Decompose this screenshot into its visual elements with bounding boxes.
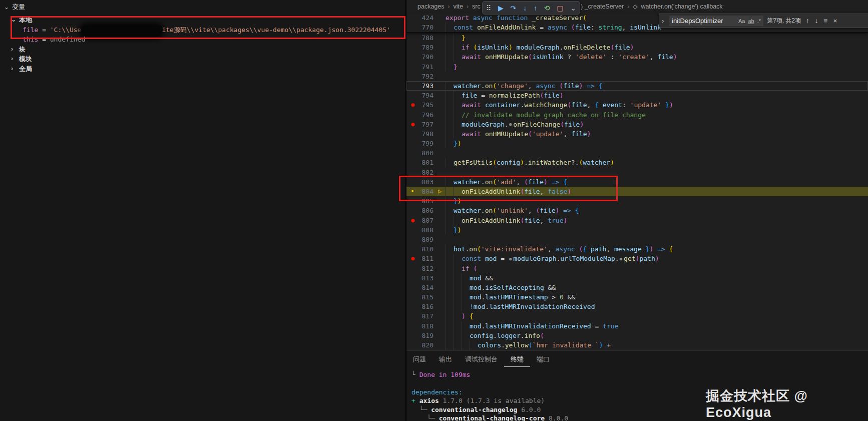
variables-scope-块[interactable]: ›块 [0,45,405,55]
breadcrumb-parent-symbol[interactable]: ) _createServer [581,3,624,10]
code-token: async [473,14,497,22]
variable-row[interactable]: this = undefined [0,35,405,45]
code-token: function [497,14,532,22]
code-token: ) [580,121,584,128]
code-line[interactable]: 792 [406,72,868,81]
code-token: . [615,255,619,262]
code-line[interactable]: 799}) [406,139,868,148]
code-line[interactable]: 814mod.isSelfAccepting && [406,283,868,292]
find-input[interactable]: initDepsOptimizer Aa ab .* [669,16,763,26]
continue-button[interactable]: ▶ [498,5,504,12]
regex-icon[interactable]: .* [757,18,761,24]
close-icon[interactable]: × [831,17,838,25]
code-line[interactable]: 788} [406,33,868,43]
code-token: { [563,178,567,186]
code-line[interactable]: 810hot.on('vite:invalidate', async ({ pa… [406,244,868,254]
code-token: . [505,121,509,128]
code-line[interactable]: 803watcher.on('add', (file) => { [406,177,868,187]
previous-match-icon[interactable]: ↑ [804,17,811,25]
whole-word-icon[interactable]: ab [748,18,754,24]
step-into-button[interactable]: ↓ [523,5,527,12]
code-line[interactable]: 808}) [406,225,868,235]
panel-tab-终端[interactable]: 终端 [504,352,530,367]
variables-scope-模块[interactable]: ›模块 [0,54,405,64]
code-token: 'vite:invalidate' [481,245,548,253]
code-line[interactable]: 813mod && [406,273,868,283]
toggle-replace-chevron-icon[interactable]: › [662,17,667,25]
code-line[interactable]: 819config.logger.info( [406,331,868,340]
stop-button[interactable]: ▢ [557,5,563,12]
breadcrumb-item[interactable]: packages [417,3,445,10]
code-line[interactable]: 789if (isUnlink) moduleGraph.onFileDelet… [406,43,868,52]
indent-guides [446,23,454,32]
code-line[interactable]: ●811const mod = ●moduleGraph.urlToModule… [406,254,868,263]
panel-tab-调试控制台[interactable]: 调试控制台 [459,352,504,367]
code-line[interactable]: ➤804▷onFileAddUnlink(file, false) [406,187,868,196]
code-line[interactable]: 815mod.lastHMRTimestamp > 0 && [406,292,868,302]
panel-tab-输出[interactable]: 输出 [432,352,459,367]
breadcrumb-item[interactable]: vite [454,3,463,10]
code-line[interactable]: 809 [406,235,868,244]
terminal-text: └─ [411,406,431,413]
code-line[interactable]: 796// invalidate module graph cache on f… [406,110,868,120]
code-token: getFsUtils [454,159,493,166]
code-token: ( [540,332,544,339]
line-number: 804 [413,187,433,196]
line-number: 812 [413,264,433,273]
breadcrumb-item[interactable]: src [472,3,481,10]
indent-guides [446,321,470,331]
chevron-right-icon: › [11,64,18,74]
indent-guides [446,120,462,129]
code-line[interactable]: 812if ( [406,264,868,273]
code-line[interactable]: 793watcher.on('change', async (file) => … [406,81,868,91]
panel-tab-问题[interactable]: 问题 [406,352,432,367]
code-token: container [485,101,520,109]
code-token: await [462,130,485,138]
code-line[interactable]: 816!mod.lastHMRInvalidationReceived [406,302,868,311]
terminal-text: └─ [411,414,439,421]
code-token: mod [470,274,481,282]
code-line[interactable]: 800 [406,148,868,158]
code-token: , [548,245,556,253]
code-line[interactable]: ●807onFileAddUnlink(file, true) [406,216,868,225]
restart-button[interactable]: ⟲ [544,5,550,12]
step-out-button[interactable]: ↑ [534,5,537,12]
code-line[interactable]: 798await onHMRUpdate('update', file) [406,129,868,139]
code-line[interactable]: 802 [406,168,868,177]
code-line[interactable]: 791} [406,62,868,72]
code-token: message [610,245,645,253]
variables-scope-local[interactable]: ⌄本地 [0,15,405,25]
line-number: 799 [413,139,433,148]
code-token: if [462,265,473,272]
code-line[interactable]: 806watcher.on('unlink', (file) => { [406,206,868,215]
code-line[interactable]: 817) { [406,311,868,321]
code-token: = [497,255,508,262]
find-in-selection-icon[interactable]: ≡ [822,17,829,25]
variables-section-header[interactable]: ⌄ 变量 [4,3,25,12]
code-token: export [446,14,473,22]
breadcrumb-callback-symbol[interactable]: watcher.on('change') callback [641,3,722,10]
next-match-icon[interactable]: ↓ [813,17,820,25]
chevron-right-icon: › [448,3,450,10]
code-line[interactable]: ●795await container.watchChange(file, { … [406,100,868,110]
code-line[interactable]: 805}) [406,196,868,206]
code-line[interactable]: 818mod.lastHMRInvalidationReceived = tru… [406,321,868,331]
step-over-button[interactable]: ↷ [511,5,517,12]
code-token: file [571,101,587,109]
more-actions-chevron[interactable]: ⌄ [570,5,576,12]
drag-toolbar-handle[interactable]: ⠿ [486,5,491,12]
variable-row[interactable]: file = 'C:\\Useite源码\\vite\\packages\\vu… [0,25,405,35]
indent-guides [446,292,470,302]
code-line[interactable]: 820colors.yellow(`hmr invalidate `) + [406,340,868,350]
match-case-icon[interactable]: Aa [738,18,745,24]
code-line[interactable]: 801getFsUtils(config).initWatcher?.(watc… [406,158,868,167]
variables-scope-全局[interactable]: ›全局 [0,64,405,74]
panel-tab-端口[interactable]: 端口 [530,352,556,367]
code-token: file [575,24,591,31]
code-token: // invalidate module graph cache on file… [462,111,646,119]
code-line[interactable]: ●797moduleGraph.●onFileChange(file) [406,120,868,129]
code-line[interactable]: 794file = normalizePath(file) [406,91,868,100]
code-line[interactable]: 790await onHMRUpdate(isUnlink ? 'delete'… [406,52,868,62]
terminal-line: └ Done in 109ms [411,370,868,379]
terminal-text: Done in 109ms [419,371,471,378]
